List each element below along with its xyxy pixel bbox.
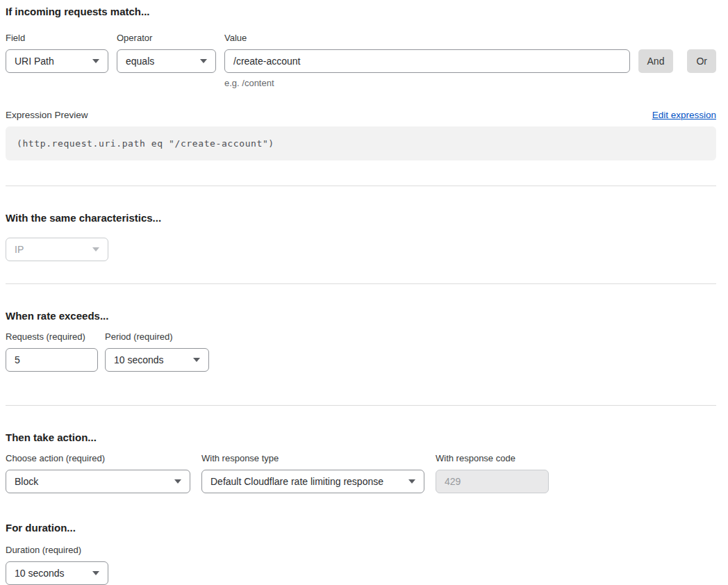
duration-select-value: 10 seconds <box>15 568 65 579</box>
field-group-period: Period (required) 10 seconds <box>105 331 209 372</box>
operator-select-value: equals <box>126 56 154 67</box>
field-select[interactable]: URI Path <box>6 49 108 73</box>
or-button[interactable]: Or <box>687 49 716 73</box>
response-type-select-value: Default Cloudflare rate limiting respons… <box>210 476 383 487</box>
value-input[interactable] <box>224 49 630 73</box>
and-button[interactable]: And <box>638 49 674 73</box>
operator-select[interactable]: equals <box>117 49 216 73</box>
response-code-label: With response code <box>436 453 549 464</box>
chevron-down-icon <box>92 59 99 63</box>
characteristic-select-value: IP <box>15 244 24 255</box>
value-hint: e.g. /content <box>224 78 630 88</box>
chevron-down-icon <box>408 479 415 484</box>
field-select-value: URI Path <box>15 56 54 67</box>
field-group-value: Value e.g. /content <box>224 33 630 88</box>
response-type-label: With response type <box>201 453 424 464</box>
section-heading-incoming-requests: If incoming requests match... <box>6 6 716 18</box>
action-select-value: Block <box>15 476 38 487</box>
requests-input[interactable] <box>6 348 98 372</box>
expression-preview-code: (http.request.uri.path eq "/create-accou… <box>6 126 716 160</box>
field-group-field: Field URI Path <box>6 33 108 73</box>
field-group-action: Choose action (required) Block <box>6 453 190 493</box>
expression-preview-row: Expression Preview Edit expression <box>6 110 716 120</box>
characteristics-row: IP <box>6 238 716 261</box>
rate-controls-row: Requests (required) Period (required) 10… <box>6 331 716 372</box>
duration-select[interactable]: 10 seconds <box>6 561 108 585</box>
period-select[interactable]: 10 seconds <box>105 348 209 372</box>
field-group-response-code: With response code <box>436 453 549 493</box>
duration-label: Duration (required) <box>6 545 108 556</box>
operator-label: Operator <box>117 33 216 44</box>
field-group-duration: Duration (required) 10 seconds <box>6 545 108 585</box>
expression-preview-label: Expression Preview <box>6 110 88 120</box>
section-divider <box>6 186 716 186</box>
section-heading-duration: For duration... <box>6 522 716 534</box>
action-controls-row: Choose action (required) Block With resp… <box>6 453 716 493</box>
chevron-down-icon <box>174 479 181 484</box>
value-label: Value <box>224 33 630 44</box>
chevron-down-icon <box>200 59 207 63</box>
section-heading-rate: When rate exceeds... <box>6 310 716 322</box>
field-group-requests: Requests (required) <box>6 331 98 372</box>
section-heading-characteristics: With the same characteristics... <box>6 212 716 224</box>
response-code-input <box>436 470 549 493</box>
action-select[interactable]: Block <box>6 470 190 493</box>
match-controls-row: Field URI Path Operator equals Value e.g… <box>6 33 716 88</box>
section-divider <box>6 405 716 406</box>
period-select-value: 10 seconds <box>114 354 164 365</box>
response-type-select[interactable]: Default Cloudflare rate limiting respons… <box>201 470 424 493</box>
field-group-response-type: With response type Default Cloudflare ra… <box>201 453 424 493</box>
chevron-down-icon <box>193 358 200 362</box>
section-heading-action: Then take action... <box>6 431 716 444</box>
field-group-operator: Operator equals <box>117 33 216 73</box>
field-label: Field <box>6 33 108 44</box>
period-label: Period (required) <box>105 331 209 343</box>
choose-action-label: Choose action (required) <box>6 453 190 464</box>
chevron-down-icon <box>92 571 99 575</box>
section-divider <box>6 283 716 284</box>
characteristic-select[interactable]: IP <box>6 238 108 261</box>
edit-expression-link[interactable]: Edit expression <box>652 110 716 120</box>
chevron-down-icon <box>92 247 99 252</box>
requests-label: Requests (required) <box>6 331 98 343</box>
rate-limiting-rule-form: If incoming requests match... Field URI … <box>0 0 728 585</box>
